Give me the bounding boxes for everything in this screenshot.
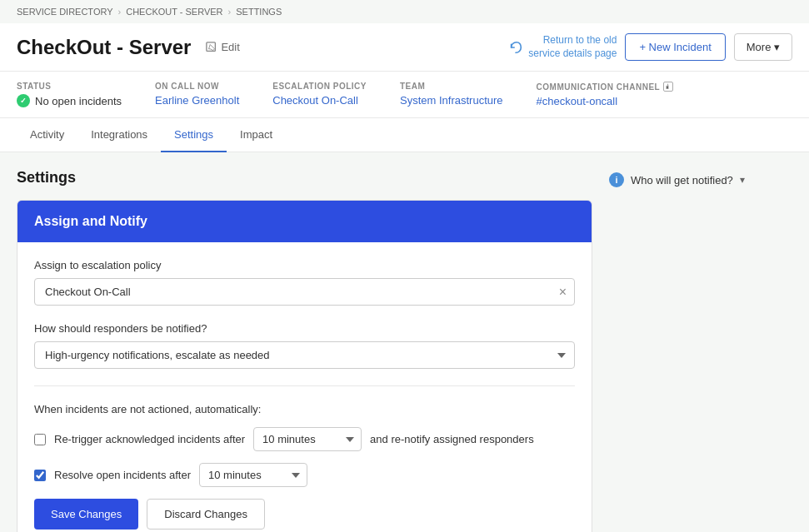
return-link[interactable]: Return to the oldservice details page [508,34,617,60]
clear-escalation-button[interactable]: × [559,286,567,299]
retrigger-time-select[interactable]: 10 minutes20 minutes30 minutes1 hour [253,427,362,451]
page-title: CheckOut - Server [17,36,191,59]
notify-group: How should responders be notified? High-… [34,322,575,369]
breadcrumb: SERVICE DIRECTORY › CHECKOUT - SERVER › … [0,0,809,23]
divider [34,385,575,386]
card-body: Assign to escalation policy × How should… [17,242,592,532]
escalation-value: Checkout On-Call [272,94,367,107]
header-left: CheckOut - Server Edit [17,36,247,59]
tabs: Activity Integrations Settings Impact [0,118,809,152]
breadcrumb-settings: SETTINGS [236,7,282,17]
retrigger-label: Re-trigger acknowledged incidents after [54,433,245,445]
meta-status: STATUS No open incidents [17,82,122,107]
meta-escalation: ESCALATION POLICY Checkout On-Call [272,82,367,107]
channel-label: COMMUNICATION CHANNEL [537,82,674,92]
on-call-value: Earline Greenholt [155,94,239,107]
channel-value: #checkout-oncall [537,95,674,107]
assign-escalation-input[interactable] [34,278,575,306]
channel-link[interactable]: #checkout-oncall [537,95,618,107]
who-notified-section[interactable]: i Who will get notified? ▾ [609,169,792,191]
notify-select[interactable]: High-urgency notifications, escalate as … [34,341,575,369]
channel-info-icon [663,82,673,92]
retrigger-checkbox[interactable] [34,434,46,445]
header-right: Return to the oldservice details page + … [508,33,792,61]
return-icon [508,40,523,55]
retrigger-row: Re-trigger acknowledged incidents after … [34,427,575,451]
settings-content: Settings Assign and Notify Assign to esc… [17,169,592,532]
assign-escalation-input-wrapper: × [34,278,575,306]
more-button[interactable]: More ▾ [734,33,792,61]
card-header: Assign and Notify [17,201,592,242]
tab-impact[interactable]: Impact [227,118,286,152]
breadcrumb-service-directory[interactable]: SERVICE DIRECTORY [17,7,113,17]
breadcrumb-checkout-server[interactable]: CHECKOUT - SERVER [126,7,222,17]
status-label: STATUS [17,82,122,91]
sidebar: i Who will get notified? ▾ [609,169,792,532]
team-link[interactable]: System Infrastructure [400,94,503,107]
meta-channel: COMMUNICATION CHANNEL #checkout-oncall [537,82,674,107]
tab-integrations[interactable]: Integrations [77,118,161,152]
card-header-title: Assign and Notify [34,214,147,228]
save-button[interactable]: Save Changes [34,499,138,530]
edit-button[interactable]: Edit [199,37,246,57]
assign-escalation-group: Assign to escalation policy × [34,259,575,306]
resolve-time-select[interactable]: 10 minutes20 minutes30 minutes1 hour [199,463,307,487]
resolve-row: Resolve open incidents after 10 minutes2… [34,463,575,487]
notify-label: How should responders be notified? [34,322,575,335]
section-title: Settings [17,169,592,186]
info-icon: i [609,172,624,187]
on-call-link[interactable]: Earline Greenholt [155,94,239,107]
page-header: CheckOut - Server Edit Return to the old… [0,23,809,72]
meta-team: TEAM System Infrastructure [400,82,503,107]
resolve-checkbox[interactable] [34,470,46,481]
edit-icon [206,42,217,53]
return-label: Return to the oldservice details page [528,34,617,60]
escalation-link[interactable]: Checkout On-Call [272,94,358,107]
meta-bar: STATUS No open incidents ON CALL NOW Ear… [0,72,809,118]
escalation-label: ESCALATION POLICY [272,82,367,91]
assign-notify-card: Assign and Notify Assign to escalation p… [17,200,592,532]
status-value: No open incidents [17,94,122,107]
tab-settings[interactable]: Settings [161,118,227,152]
status-dot [17,94,30,107]
form-actions: Save Changes Discard Changes [34,499,575,530]
team-value: System Infrastructure [400,94,503,107]
meta-on-call: ON CALL NOW Earline Greenholt [155,82,239,107]
discard-button[interactable]: Discard Changes [147,499,265,530]
tab-activity[interactable]: Activity [17,118,77,152]
chevron-down-icon: ▾ [740,174,745,186]
auto-section-label: When incidents are not actioned, automat… [34,403,575,415]
on-call-label: ON CALL NOW [155,82,239,91]
who-notified-label: Who will get notified? [631,174,733,186]
resolve-label: Resolve open incidents after [54,469,191,481]
new-incident-button[interactable]: + New Incident [625,33,725,61]
main-content: Settings Assign and Notify Assign to esc… [0,152,809,532]
retrigger-suffix: and re-notify assigned responders [370,433,534,445]
team-label: TEAM [400,82,503,91]
assign-escalation-label: Assign to escalation policy [34,259,575,271]
